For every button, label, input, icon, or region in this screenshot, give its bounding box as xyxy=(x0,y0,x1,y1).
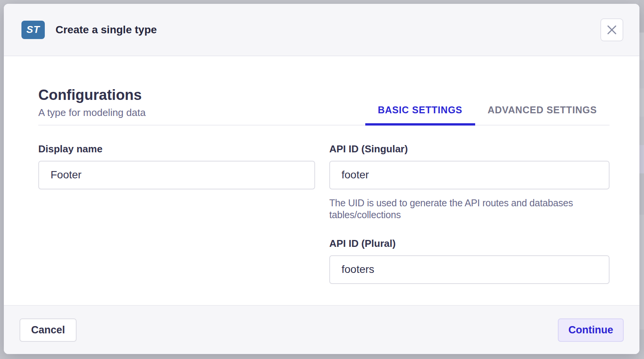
tab-advanced-settings[interactable]: ADVANCED SETTINGS xyxy=(475,104,610,126)
single-type-badge: ST xyxy=(21,21,45,39)
modal-footer: Cancel Continue xyxy=(4,305,639,354)
modal-body: Configurations A type for modeling data … xyxy=(4,56,639,305)
settings-tabs: BASIC SETTINGS ADVANCED SETTINGS xyxy=(365,104,610,125)
page-background: { "modal": { "header": { "badge": "ST", … xyxy=(0,0,644,359)
close-button[interactable] xyxy=(600,18,623,41)
configurations-header-row: Configurations A type for modeling data … xyxy=(38,87,610,126)
close-icon xyxy=(607,25,617,35)
create-single-type-modal: ST Create a single type Configurations A… xyxy=(4,4,639,354)
modal-header: ST Create a single type xyxy=(4,4,639,56)
section-subtitle: A type for modeling data xyxy=(38,107,145,119)
api-id-field-group: API ID (Singular) The UID is used to gen… xyxy=(329,143,610,284)
cancel-button[interactable]: Cancel xyxy=(20,318,77,342)
api-id-singular-input[interactable] xyxy=(329,161,610,189)
field-spacer xyxy=(329,221,610,238)
display-name-label: Display name xyxy=(38,143,315,155)
display-name-field-group: Display name xyxy=(38,143,315,284)
dimmed-page-edge xyxy=(639,0,644,359)
section-title: Configurations xyxy=(38,87,145,104)
api-id-plural-label: API ID (Plural) xyxy=(329,238,610,250)
configurations-titles: Configurations A type for modeling data xyxy=(38,87,145,125)
api-id-plural-input[interactable] xyxy=(329,255,610,284)
display-name-input[interactable] xyxy=(38,161,315,189)
continue-button[interactable]: Continue xyxy=(558,318,624,342)
modal-title: Create a single type xyxy=(56,24,157,36)
configuration-form: Display name API ID (Singular) The UID i… xyxy=(38,143,610,284)
api-id-singular-label: API ID (Singular) xyxy=(329,143,610,155)
single-type-badge-label: ST xyxy=(26,24,40,36)
tab-basic-settings[interactable]: BASIC SETTINGS xyxy=(365,104,475,126)
api-id-singular-helper: The UID is used to generate the API rout… xyxy=(329,197,605,221)
